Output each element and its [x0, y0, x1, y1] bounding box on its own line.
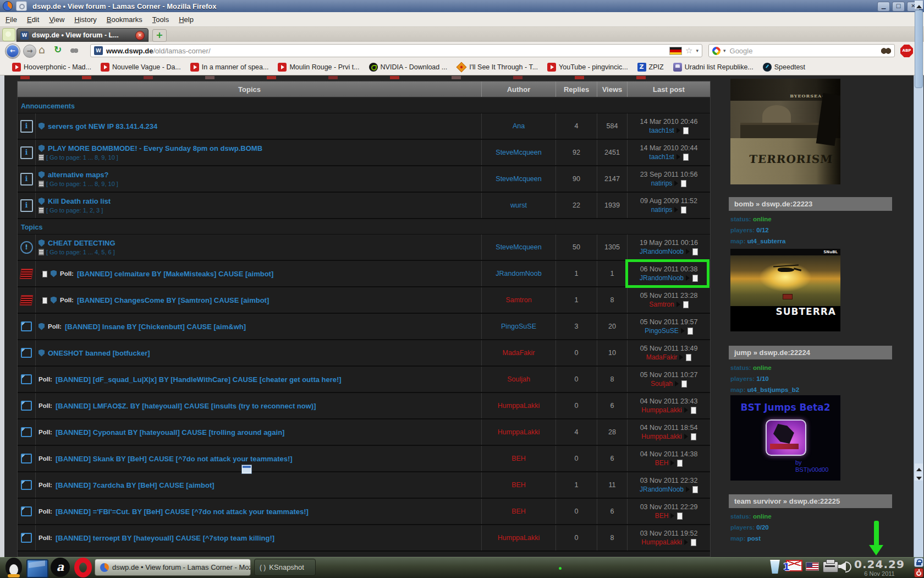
google-engine-icon[interactable] [712, 47, 721, 55]
taskbar-button-ksnapshot[interactable]: ( ) KSnapshot [254, 559, 316, 576]
scroll-down-icon[interactable] [915, 472, 923, 481]
engine-dropdown-icon[interactable]: ▾ [723, 48, 726, 53]
topic-link[interactable]: [BANNED] LMFAO$Z. BY [hateyouall] CAUSE … [56, 402, 316, 410]
lastpost-author[interactable]: Samtron [649, 301, 674, 308]
bookmark-item[interactable]: Uradni list Republike... [673, 63, 754, 72]
goto-page-links[interactable]: [ Go to page: 1, 2, 3 ] [38, 207, 103, 214]
topic-link[interactable]: alternative maps? [48, 171, 109, 179]
topic-link[interactable]: [BANNED] Insane BY [Chickenbutt] CAUSE [… [65, 323, 246, 331]
author-link[interactable]: wurst [510, 201, 527, 209]
bookmark-star-icon[interactable]: ☆ [685, 46, 692, 56]
author-link[interactable]: MadaFakir [502, 349, 535, 357]
topic-link[interactable]: [BANNED] Skank BY [BeH] CAUSE [^7do not … [56, 455, 293, 463]
search-bar[interactable]: ▾ [708, 44, 895, 57]
url-text[interactable]: www.dswp.de/old/lamas-corner/ [106, 47, 666, 55]
author-link[interactable]: Samtron [505, 296, 531, 304]
author-link[interactable]: SteveMcqueen [496, 243, 541, 251]
minimize-button[interactable]: ▁ [877, 2, 890, 12]
url-bar[interactable]: W www.dswp.de/old/lamas-corner/ ☆ ▾ [90, 44, 702, 57]
column-header[interactable]: Replies [556, 81, 597, 97]
column-header[interactable]: Last post [628, 81, 710, 97]
column-header[interactable]: Views [597, 81, 628, 97]
author-link[interactable]: BEH [512, 508, 526, 515]
bookmark-item[interactable]: Moulin Rouge - Prvi t... [278, 63, 359, 72]
goto-page-links[interactable]: [ Go to page: 1 ... 8, 9, 10 ] [38, 181, 118, 187]
topic-link[interactable]: CHEAT DETECTING [48, 239, 116, 247]
bookmark-item[interactable]: In a manner of spea... [190, 63, 269, 72]
lastpost-author[interactable]: PingoSuSE [645, 327, 678, 335]
scroll-up-icon[interactable] [915, 1, 923, 9]
lastpost-page-icon[interactable] [684, 407, 696, 414]
lastpost-page-icon[interactable] [686, 486, 698, 493]
amarok-icon[interactable] [51, 558, 70, 577]
lastpost-page-icon[interactable] [676, 301, 689, 308]
topic-link[interactable]: PLAY MORE BOMBMODE! - Every Sunday 8pm o… [48, 144, 262, 152]
bookmark-item[interactable]: Speedtest [763, 63, 805, 72]
menu-tools[interactable]: Tools [152, 15, 169, 24]
lastpost-author[interactable]: natirips [651, 179, 673, 187]
lastpost-page-icon[interactable] [686, 248, 698, 255]
lastpost-author[interactable]: BEH [655, 459, 669, 467]
lastpost-page-icon[interactable] [670, 512, 683, 520]
author-link[interactable]: Souljah [507, 375, 530, 383]
home-icon[interactable]: ⌂ [38, 43, 45, 56]
window-menu-icon[interactable] [16, 1, 27, 11]
topic-link[interactable]: [BANNED] Cyponaut BY [hateyouall] CAUSE … [56, 428, 285, 437]
menu-bookmarks[interactable]: Bookmarks [107, 15, 142, 24]
opera-icon[interactable] [74, 558, 92, 577]
lastpost-author[interactable]: HumppaLakki [641, 538, 681, 546]
lastpost-page-icon[interactable] [684, 539, 696, 546]
menu-edit[interactable]: Edit [27, 15, 39, 24]
lastpost-author[interactable]: HumppaLakki [641, 433, 681, 440]
column-header[interactable]: Author [482, 81, 556, 97]
menu-help[interactable]: Help [179, 15, 194, 24]
author-link[interactable]: HumppaLakki [498, 534, 540, 542]
extension-paw-icon[interactable] [70, 47, 78, 54]
vertical-scrollbar[interactable] [914, 75, 923, 557]
lastpost-page-icon[interactable] [670, 460, 683, 467]
topic-link[interactable]: [BANNED] ='FBI'=Cut. BY [BeH] CAUSE [^7d… [56, 508, 309, 516]
tab-close-icon[interactable] [135, 31, 145, 40]
lastpost-page-icon[interactable] [679, 354, 691, 361]
search-input[interactable] [729, 46, 878, 56]
url-dropdown-icon[interactable]: ▾ [696, 48, 698, 53]
topic-link[interactable]: [BANNED] ChangesCome BY [Samtron] CAUSE … [77, 296, 269, 304]
topic-link[interactable]: [BANNED] celmaitare BY [MakeMisteaks] CA… [77, 270, 273, 278]
lastpost-page-icon[interactable] [674, 180, 686, 187]
back-icon[interactable] [5, 43, 20, 59]
bookmark-item[interactable]: ZPIZ [637, 63, 664, 72]
author-link[interactable]: BEH [512, 455, 526, 462]
topic-link[interactable]: servers got NEW IP 83.141.4.234 [48, 122, 157, 130]
author-link[interactable]: SteveMcqueen [496, 149, 541, 156]
author-link[interactable]: HumppaLakki [498, 402, 540, 410]
volume-icon[interactable] [838, 560, 853, 572]
bookmark-item[interactable]: I'll See It Through - T... [457, 62, 538, 72]
author-link[interactable]: HumppaLakki [498, 428, 540, 436]
taskbar-button-firefox[interactable]: dswp.de • View forum - Lamas Corner - Mo… [95, 559, 251, 576]
goto-page-links[interactable]: [ Go to page: 1 ... 4, 5, 6 ] [38, 249, 115, 255]
author-link[interactable]: BEH [512, 481, 526, 489]
bookmark-item[interactable]: YouTube - pingvincic... [547, 63, 628, 72]
author-link[interactable]: PingoSuSE [501, 323, 536, 330]
bookmark-item[interactable]: Hooverphonic - Mad... [12, 63, 91, 72]
lastpost-author[interactable]: Souljah [651, 380, 673, 388]
active-tab[interactable]: W dswp.de • View forum - L... [16, 28, 148, 42]
lastpost-author[interactable]: JRandomNoob [640, 274, 684, 282]
lastpost-author[interactable]: JRandomNoob [640, 486, 684, 493]
bookmark-item[interactable]: NVIDIA - Download ... [369, 63, 448, 72]
printer-icon[interactable] [823, 561, 838, 572]
logout-button[interactable] [914, 568, 923, 577]
search-go-binoculars-icon[interactable] [881, 48, 891, 54]
lastpost-author[interactable]: JRandomNoob [640, 248, 684, 255]
lastpost-page-icon[interactable] [686, 275, 698, 282]
author-link[interactable]: JRandomNoob [496, 270, 541, 277]
lastpost-author[interactable]: taach1st [649, 127, 674, 134]
lastpost-page-icon[interactable] [674, 206, 686, 214]
topic-link[interactable]: [BANNED] terroept BY [hateyouall] CAUSE … [56, 534, 274, 542]
lastpost-author[interactable]: MadaFakir [646, 353, 678, 361]
author-link[interactable]: SteveMcqueen [496, 175, 541, 183]
goto-page-links[interactable]: [ Go to page: 1 ... 8, 9, 10 ] [38, 154, 118, 161]
maximize-button[interactable]: □ [892, 2, 905, 12]
lastpost-author[interactable]: taach1st [649, 153, 674, 161]
lastpost-author[interactable]: BEH [655, 512, 669, 520]
